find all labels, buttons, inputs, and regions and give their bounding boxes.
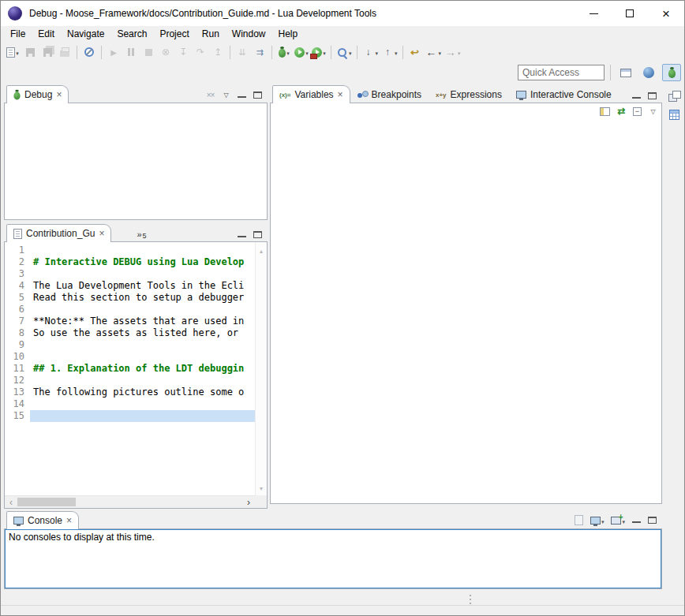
- run-icon: [294, 47, 305, 58]
- open-perspective-button[interactable]: [616, 64, 635, 81]
- dropdown-arrow-icon[interactable]: [348, 47, 352, 58]
- resume-icon: [107, 47, 120, 58]
- debug-perspective-button[interactable]: [662, 64, 681, 81]
- dropdown-arrow-icon[interactable]: [375, 47, 379, 58]
- editor-current-line[interactable]: 15: [5, 410, 255, 422]
- dropdown-arrow-icon[interactable]: [438, 47, 442, 58]
- new-button[interactable]: [4, 43, 21, 61]
- menubar: File Edit Navigate Search Project Run Wi…: [1, 26, 684, 42]
- pin-console-icon: [575, 515, 583, 525]
- editor-line[interactable]: 13The following pictures outline some o: [5, 386, 255, 398]
- dropdown-arrow-icon[interactable]: [286, 47, 290, 58]
- tab-interactive-console[interactable]: Interactive Console: [509, 85, 619, 103]
- editor-vertical-scrollbar[interactable]: [255, 242, 267, 495]
- next-annotation-button[interactable]: [361, 43, 380, 61]
- editor-line[interactable]: 7**Note:** The assets that are used in: [5, 315, 255, 327]
- tab-console[interactable]: Console: [6, 511, 79, 529]
- scroll-left-icon[interactable]: [5, 497, 17, 508]
- menu-file[interactable]: File: [4, 27, 32, 41]
- toolbar-separator: [101, 46, 102, 59]
- ldt-perspective-button[interactable]: [639, 64, 658, 81]
- tab-breakpoints[interactable]: Breakpoints: [350, 85, 429, 103]
- debug-button[interactable]: [275, 43, 293, 61]
- display-selected-console-button[interactable]: [590, 516, 605, 525]
- maximize-view-icon[interactable]: [648, 92, 657, 99]
- maximize-view-icon[interactable]: [253, 231, 262, 238]
- tab-contribution-guide[interactable]: Contribution_Gu: [6, 224, 111, 242]
- close-icon[interactable]: [56, 89, 62, 100]
- collapse-all-icon[interactable]: [633, 107, 642, 116]
- open-console-button[interactable]: [611, 516, 625, 525]
- scroll-down-icon[interactable]: [260, 482, 263, 493]
- editor-line[interactable]: 14: [5, 398, 255, 410]
- dropdown-arrow-icon[interactable]: [322, 47, 326, 58]
- view-menu-icon[interactable]: [222, 90, 230, 99]
- run-button[interactable]: [293, 43, 310, 61]
- editor-horizontal-scrollbar[interactable]: [5, 495, 255, 508]
- menu-project[interactable]: Project: [153, 27, 195, 41]
- quick-access-input[interactable]: [518, 65, 605, 80]
- open-search-button[interactable]: [335, 43, 354, 61]
- scroll-up-icon[interactable]: [260, 245, 263, 256]
- editor-tabbar: Contribution_Gu 5: [4, 224, 268, 242]
- close-window-button[interactable]: [648, 1, 684, 26]
- editor-line[interactable]: 9: [5, 339, 255, 351]
- show-logical-structures-icon[interactable]: [617, 106, 626, 116]
- minimize-view-icon[interactable]: [238, 232, 246, 237]
- editor-line[interactable]: 1: [5, 245, 255, 256]
- menu-search[interactable]: Search: [110, 27, 153, 41]
- close-icon[interactable]: [338, 89, 343, 100]
- editor-line[interactable]: 8So use the assets as listed here, or: [5, 327, 255, 339]
- maximize-window-button[interactable]: [612, 1, 648, 26]
- editor-line[interactable]: 3: [5, 268, 255, 280]
- dropdown-arrow-icon[interactable]: [457, 47, 461, 58]
- console-icon: [13, 517, 24, 525]
- minimize-window-button[interactable]: [575, 1, 612, 26]
- scroll-right-icon[interactable]: [242, 497, 255, 508]
- editor-line[interactable]: 4The Lua Development Tools in the Ecli: [5, 280, 255, 292]
- maximize-view-icon[interactable]: [253, 91, 262, 99]
- back-button[interactable]: [424, 43, 444, 61]
- editor-line[interactable]: 10: [5, 351, 255, 363]
- last-edit-location-button[interactable]: [406, 43, 424, 61]
- trim-restore-button[interactable]: [667, 88, 681, 103]
- tab-debug[interactable]: Debug: [6, 85, 69, 103]
- minimized-view-button[interactable]: [667, 107, 681, 121]
- menu-edit[interactable]: Edit: [32, 27, 61, 41]
- minimize-view-icon[interactable]: [238, 92, 246, 98]
- dropdown-arrow-icon[interactable]: [394, 47, 398, 58]
- remove-all-terminated-icon: [206, 90, 215, 99]
- tab-variables[interactable]: (x)= Variables: [272, 85, 350, 103]
- editor-tab-overflow-button[interactable]: 5: [132, 229, 151, 242]
- view-menu-icon[interactable]: [649, 106, 657, 116]
- editor-line[interactable]: 2# Interactive DEBUG using Lua Develop: [5, 256, 255, 268]
- close-icon[interactable]: [99, 228, 104, 239]
- minimize-view-icon[interactable]: [632, 517, 641, 523]
- menu-run[interactable]: Run: [196, 27, 226, 41]
- editor-line[interactable]: 11## 1. Explanation of the LDT debuggin: [5, 363, 255, 375]
- scrollbar-thumb[interactable]: [17, 498, 76, 506]
- line-text: So use the assets as listed here, or: [30, 327, 255, 339]
- dropdown-arrow-icon[interactable]: [601, 515, 605, 526]
- maximize-view-icon[interactable]: [648, 517, 657, 524]
- skip-all-breakpoints-button[interactable]: [80, 43, 98, 61]
- editor-line[interactable]: 6: [5, 304, 255, 315]
- menu-window[interactable]: Window: [226, 27, 272, 41]
- editor-content[interactable]: 1 2# Interactive DEBUG using Lua Develop…: [5, 242, 255, 495]
- close-icon[interactable]: [66, 515, 72, 526]
- tab-expressions[interactable]: x+y Expressions: [429, 85, 509, 103]
- dropdown-arrow-icon[interactable]: [305, 47, 309, 58]
- show-type-names-icon[interactable]: [600, 107, 610, 116]
- external-tools-button[interactable]: [310, 43, 328, 61]
- menu-navigate[interactable]: Navigate: [61, 27, 110, 41]
- menu-help[interactable]: Help: [272, 27, 305, 41]
- use-step-filters-button[interactable]: [251, 43, 268, 61]
- console-output[interactable]: No consoles to display at this time.: [5, 529, 661, 588]
- dropdown-arrow-icon[interactable]: [15, 47, 19, 58]
- previous-annotation-button[interactable]: [380, 43, 399, 61]
- editor-line[interactable]: 12: [5, 375, 255, 386]
- editor-line[interactable]: 5Read this section to setup a debugger: [5, 292, 255, 304]
- suspend-button: [122, 43, 140, 61]
- hidden-editors-count: 5: [143, 232, 147, 240]
- minimize-view-icon[interactable]: [632, 93, 641, 99]
